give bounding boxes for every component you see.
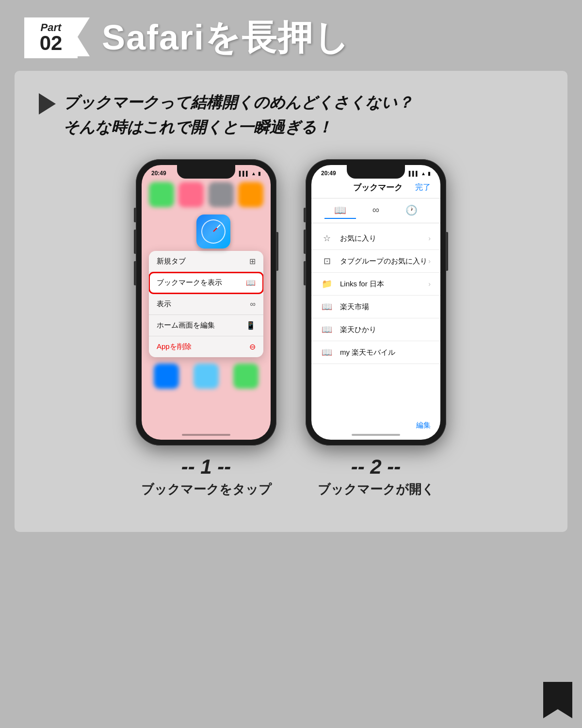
context-item-edit-home[interactable]: ホーム画面を編集 📱 xyxy=(149,315,263,336)
bookmark-list: ☆ お気に入り › ⊡ タブグループのお気に入り › 📁 Links for 日… xyxy=(311,227,440,364)
bookmark-item-favorites[interactable]: ☆ お気に入り › xyxy=(311,227,440,250)
status-time-2: 20:49 xyxy=(321,170,336,177)
step2-label: -- 2 -- ブックマークが開く xyxy=(318,455,435,498)
display-icon: ∞ xyxy=(250,300,256,309)
safari-icon-container xyxy=(142,210,271,251)
side-btn-right xyxy=(276,232,278,271)
new-tab-label: 新規タブ xyxy=(157,257,186,266)
signal-icon-2: ▌▌▌ xyxy=(409,171,419,176)
links-japan-text: Links for 日本 xyxy=(340,280,428,289)
bookmark-tab-history[interactable]: ∞ xyxy=(363,202,389,219)
edit-home-icon: 📱 xyxy=(246,321,256,330)
phones-row: 20:49 ▌▌▌ ▲ ▮ xyxy=(39,159,543,498)
step1-desc: ブックマークをタップ xyxy=(141,481,272,498)
bookmark-title: ブックマーク xyxy=(353,182,403,193)
intro-text: ブックマークって結構開くのめんどくさくない？ そんな時はこれで開くと一瞬過ぎる！ xyxy=(63,90,413,140)
rakuten-ichiba-text: 楽天市場 xyxy=(340,302,431,312)
status-icons-2: ▌▌▌ ▲ ▮ xyxy=(409,171,431,176)
rakuten-ichiba-icon: 📖 xyxy=(321,301,333,312)
step2-number: -- 2 -- xyxy=(318,455,435,479)
blurred-app-3 xyxy=(209,182,234,207)
favorites-icon: ☆ xyxy=(321,233,333,244)
bookmark-item-links-japan[interactable]: 📁 Links for 日本 › xyxy=(311,273,440,296)
bookmarks-icon: 📖 xyxy=(246,278,256,287)
context-item-display[interactable]: 表示 ∞ xyxy=(149,294,263,315)
bookmark-item-rakuten-hikari[interactable]: 📖 楽天ひかり xyxy=(311,318,440,341)
bookmark-item-tab-groups[interactable]: ⊡ タブグループのお気に入り › xyxy=(311,250,440,273)
links-japan-arrow: › xyxy=(428,280,431,288)
blurred-app-7 xyxy=(233,364,259,389)
side-btn2-left1 xyxy=(304,208,306,222)
wifi-icon: ▲ xyxy=(251,171,256,176)
rakuten-hikari-text: 楽天ひかり xyxy=(340,325,431,334)
part-badge: Part 02 xyxy=(24,17,78,58)
display-label: 表示 xyxy=(157,299,171,309)
status-icons-1: ▌▌▌ ▲ ▮ xyxy=(239,171,261,176)
phone2-container: 20:49 ▌▌▌ ▲ ▮ ブックマーク 完了 xyxy=(306,159,446,498)
intro-line1: ブックマークって結構開くのめんどくさくない？ xyxy=(63,90,413,115)
context-menu: 新規タブ ⊞ ブックマークを表示 📖 表示 ∞ ホーム画面を編集 xyxy=(149,251,263,357)
bookmark-edit-btn[interactable]: 編集 xyxy=(416,421,431,430)
blurred-apps-top xyxy=(142,180,271,210)
tab-groups-arrow: › xyxy=(428,257,431,265)
side-btn-left2 xyxy=(134,230,136,254)
side-btn2-right xyxy=(446,232,448,271)
tab-groups-icon: ⊡ xyxy=(321,256,333,266)
bookmark-done-btn[interactable]: 完了 xyxy=(415,182,431,193)
safari-needle xyxy=(213,225,221,232)
home-indicator-1 xyxy=(182,434,230,436)
bookmark-header: ブックマーク 完了 xyxy=(311,180,440,199)
rakuten-mobile-text: my 楽天モバイル xyxy=(340,348,431,357)
blurred-app-6 xyxy=(194,364,219,389)
status-time-1: 20:49 xyxy=(151,170,166,177)
step1-number: -- 1 -- xyxy=(141,455,272,479)
phone1-container: 20:49 ▌▌▌ ▲ ▮ xyxy=(136,159,276,498)
bookmark-tabs: 📖 ∞ 🕐 xyxy=(311,199,440,223)
context-item-delete-app[interactable]: Appを削除 ⊖ xyxy=(149,336,263,357)
bookmark-item-rakuten-ichiba[interactable]: 📖 楽天市場 xyxy=(311,296,440,318)
favorites-arrow: › xyxy=(428,234,431,242)
battery-icon-2: ▮ xyxy=(428,171,431,176)
iphone1-screen: 20:49 ▌▌▌ ▲ ▮ xyxy=(142,165,271,440)
tab-groups-text: タブグループのお気に入り xyxy=(340,257,428,266)
blurred-apps-bottom xyxy=(142,361,271,391)
blurred-app-5 xyxy=(154,364,179,389)
iphone2: 20:49 ▌▌▌ ▲ ▮ ブックマーク 完了 xyxy=(306,159,446,446)
intro-line2: そんな時はこれで開くと一瞬過ぎる！ xyxy=(63,115,413,140)
side-btn2-left2 xyxy=(304,230,306,254)
battery-icon: ▮ xyxy=(258,171,261,176)
iphone2-notch xyxy=(347,165,405,179)
rakuten-hikari-icon: 📖 xyxy=(321,324,333,335)
signal-icon: ▌▌▌ xyxy=(239,171,249,176)
header: Part 02 Safariを長押し xyxy=(0,0,582,71)
links-japan-icon: 📁 xyxy=(321,279,333,289)
side-btn-left1 xyxy=(134,208,136,222)
bookmark-tab-recent[interactable]: 🕐 xyxy=(396,202,427,219)
step1-label: -- 1 -- ブックマークをタップ xyxy=(141,455,272,498)
page-title: Safariを長押し xyxy=(102,15,350,61)
intro-section: ブックマークって結構開くのめんどくさくない？ そんな時はこれで開くと一瞬過ぎる！ xyxy=(39,90,543,140)
side-btn2-left3 xyxy=(304,261,306,285)
favorites-text: お気に入り xyxy=(340,234,428,243)
rakuten-mobile-icon: 📖 xyxy=(321,347,333,358)
bookmark-item-rakuten-mobile[interactable]: 📖 my 楽天モバイル xyxy=(311,341,440,364)
part-number: 02 xyxy=(40,33,63,53)
iphone1-notch xyxy=(177,165,235,179)
step2-desc: ブックマークが開く xyxy=(318,481,435,498)
wifi-icon-2: ▲ xyxy=(421,171,426,176)
context-item-new-tab[interactable]: 新規タブ ⊞ xyxy=(149,251,263,272)
main-content: ブックマークって結構開くのめんどくさくない？ そんな時はこれで開くと一瞬過ぎる！… xyxy=(15,71,567,532)
blurred-app-4 xyxy=(238,182,263,207)
home-indicator-2 xyxy=(352,434,400,436)
context-item-bookmarks[interactable]: ブックマークを表示 📖 xyxy=(149,272,263,294)
arrow-icon xyxy=(39,93,56,115)
bookmark-tab-books[interactable]: 📖 xyxy=(324,202,356,219)
bookmark-corner-icon xyxy=(543,682,572,718)
side-btn-left3 xyxy=(134,261,136,285)
iphone1: 20:49 ▌▌▌ ▲ ▮ xyxy=(136,159,276,446)
delete-app-icon: ⊖ xyxy=(249,342,256,351)
safari-compass xyxy=(201,219,226,244)
iphone2-screen: 20:49 ▌▌▌ ▲ ▮ ブックマーク 完了 xyxy=(311,165,440,440)
delete-app-label: Appを削除 xyxy=(157,342,192,351)
bookmarks-label: ブックマークを表示 xyxy=(157,278,222,287)
